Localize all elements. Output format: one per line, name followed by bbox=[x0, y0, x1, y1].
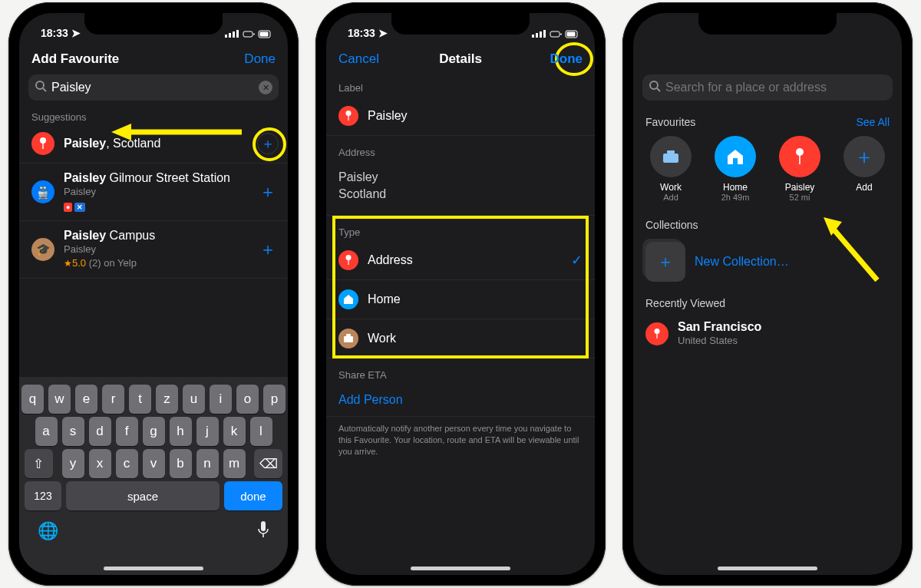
favourite-name: Work bbox=[647, 182, 695, 193]
search-icon bbox=[35, 80, 47, 95]
key-o[interactable]: o bbox=[236, 385, 259, 414]
type-option[interactable]: Work bbox=[326, 319, 595, 358]
key-j[interactable]: j bbox=[196, 417, 219, 446]
key-u[interactable]: u bbox=[183, 385, 205, 414]
section-label: Label bbox=[326, 71, 595, 97]
key-y[interactable]: y bbox=[62, 449, 84, 478]
house-icon bbox=[715, 136, 756, 177]
key-v[interactable]: v bbox=[143, 449, 165, 478]
favourites-label: Favourites bbox=[645, 116, 695, 128]
shift-key[interactable]: ⇧ bbox=[25, 449, 53, 478]
plus-icon: ＋ bbox=[645, 242, 685, 282]
key-e[interactable]: e bbox=[75, 385, 97, 414]
label-row[interactable]: Paisley bbox=[326, 97, 595, 136]
svg-rect-0 bbox=[225, 35, 227, 38]
favourite-name: Home bbox=[711, 182, 759, 193]
section-type: Type bbox=[326, 216, 595, 241]
collections-label: Collections bbox=[645, 219, 698, 231]
delete-key[interactable]: ⌫ bbox=[254, 449, 282, 478]
svg-rect-21 bbox=[560, 34, 562, 35]
key-z[interactable]: z bbox=[156, 385, 178, 414]
key-x[interactable]: x bbox=[89, 449, 111, 478]
favourite-add[interactable]: ＋Add bbox=[840, 136, 888, 202]
suggestion-row[interactable]: Paisley, Scotland ＋ bbox=[19, 124, 288, 164]
search-input[interactable] bbox=[47, 79, 259, 96]
clear-icon[interactable]: ✕ bbox=[259, 81, 272, 94]
favourite-paisley[interactable]: Paisley52 mi bbox=[776, 136, 824, 202]
done-button[interactable]: Done bbox=[244, 51, 276, 67]
pin-icon bbox=[31, 132, 54, 155]
see-all-button[interactable]: See All bbox=[856, 116, 890, 128]
education-icon: 🎓 bbox=[31, 238, 54, 261]
key-c[interactable]: c bbox=[116, 449, 138, 478]
yelp-rating: ★5.0 (2) on Yelp bbox=[64, 256, 257, 270]
svg-rect-13 bbox=[42, 142, 43, 149]
suggestion-row[interactable]: 🎓 Paisley Campus Paisley ★5.0 (2) on Yel… bbox=[19, 221, 288, 279]
globe-icon[interactable]: 🌐 bbox=[38, 521, 58, 541]
key-k[interactable]: k bbox=[223, 417, 246, 446]
pin-icon bbox=[338, 106, 358, 126]
svg-rect-18 bbox=[540, 31, 542, 38]
search-input[interactable] bbox=[661, 79, 886, 96]
favourite-sub: 2h 49m bbox=[711, 193, 759, 202]
recently-viewed-label: Recently Viewed bbox=[645, 297, 725, 309]
type-option[interactable]: Home bbox=[326, 280, 595, 319]
screen-details: 18:33 ➤ Cancel Details Done Label Paisle… bbox=[326, 13, 595, 575]
key-f[interactable]: f bbox=[116, 417, 138, 446]
checkmark-icon: ✓ bbox=[571, 252, 583, 269]
key-g[interactable]: g bbox=[143, 417, 165, 446]
key-t[interactable]: t bbox=[129, 385, 151, 414]
key-h[interactable]: h bbox=[170, 417, 192, 446]
svg-rect-4 bbox=[243, 31, 253, 37]
add-person-button[interactable]: Add Person bbox=[326, 384, 595, 417]
svg-rect-20 bbox=[550, 31, 560, 37]
key-b[interactable]: b bbox=[170, 449, 192, 478]
suggestion-row[interactable]: 🚆 Paisley Gilmour Street Station Paisley… bbox=[19, 164, 288, 221]
add-button[interactable]: ＋ bbox=[257, 133, 279, 154]
svg-rect-7 bbox=[260, 32, 269, 37]
type-option[interactable]: Address✓ bbox=[326, 241, 595, 280]
key-d[interactable]: d bbox=[89, 417, 111, 446]
favourite-sub: 52 mi bbox=[776, 193, 824, 202]
svg-rect-14 bbox=[261, 521, 266, 531]
recent-subtitle: United States bbox=[678, 334, 893, 348]
keyboard[interactable]: qwertzuiop asdfghjkl ⇧ yxcvbnm ⌫ 123 spa… bbox=[19, 377, 288, 575]
type-icon bbox=[338, 289, 358, 309]
section-share-eta: Share ETA bbox=[326, 358, 595, 384]
search-field[interactable] bbox=[642, 74, 893, 101]
done-button[interactable]: Done bbox=[550, 51, 583, 67]
key-q[interactable]: q bbox=[21, 385, 44, 414]
location-services-icon: ➤ bbox=[378, 27, 388, 39]
svg-point-30 bbox=[650, 81, 658, 89]
key-p[interactable]: p bbox=[263, 385, 286, 414]
key-r[interactable]: r bbox=[102, 385, 124, 414]
suggestion-title: Paisley Campus bbox=[64, 229, 257, 243]
key-n[interactable]: n bbox=[196, 449, 219, 478]
dictation-icon[interactable] bbox=[257, 521, 269, 541]
screen-maps-home: Favourites See All WorkAddHome2h 49mPais… bbox=[633, 13, 902, 575]
address-block: Paisley Scotland bbox=[326, 161, 595, 216]
numeric-key[interactable]: 123 bbox=[25, 481, 61, 510]
key-a[interactable]: a bbox=[35, 417, 58, 446]
new-collection-button[interactable]: ＋ New Collection… bbox=[633, 234, 902, 294]
pin-icon bbox=[779, 136, 820, 177]
line-badge: ● bbox=[64, 203, 72, 212]
favourite-home[interactable]: Home2h 49m bbox=[711, 136, 759, 202]
type-icon bbox=[338, 329, 358, 349]
add-button[interactable]: ＋ bbox=[257, 181, 279, 203]
key-w[interactable]: w bbox=[48, 385, 71, 414]
key-i[interactable]: i bbox=[210, 385, 232, 414]
key-l[interactable]: l bbox=[250, 417, 272, 446]
keyboard-done-key[interactable]: done bbox=[224, 481, 282, 510]
add-button[interactable]: ＋ bbox=[257, 239, 279, 260]
key-m[interactable]: m bbox=[223, 449, 246, 478]
recent-row[interactable]: San Francisco United States bbox=[633, 312, 902, 355]
svg-rect-2 bbox=[233, 31, 235, 38]
favourite-work[interactable]: WorkAdd bbox=[647, 136, 695, 202]
space-key[interactable]: space bbox=[66, 481, 220, 510]
key-s[interactable]: s bbox=[62, 417, 84, 446]
suggestion-title: Paisley Gilmour Street Station bbox=[64, 171, 257, 185]
svg-rect-33 bbox=[667, 150, 675, 154]
search-field[interactable]: ✕ bbox=[28, 74, 279, 101]
suggestion-subtitle: Paisley bbox=[64, 185, 257, 199]
